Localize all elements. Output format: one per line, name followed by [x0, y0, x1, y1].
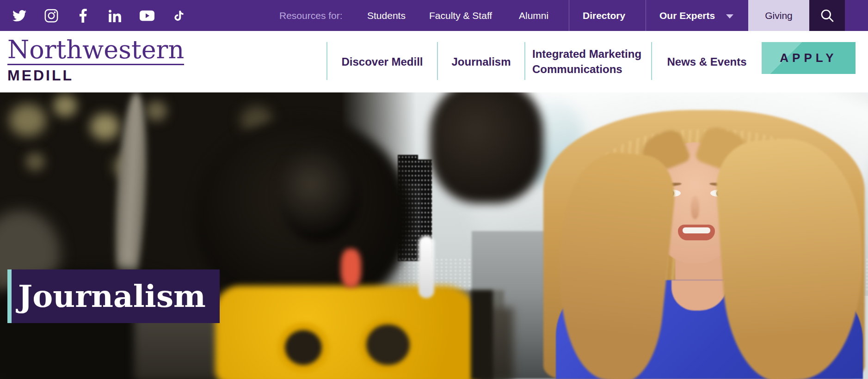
topbar-divider: [646, 0, 646, 31]
title-teal-accent-bar: [7, 269, 12, 323]
nav-divider: [524, 42, 525, 80]
logo-medill-wordmark: MEDILL: [7, 67, 184, 84]
bokeh-light: [9, 104, 46, 136]
chevron-down-icon[interactable]: [726, 14, 733, 18]
apply-button[interactable]: APPLY: [762, 42, 856, 74]
twitter-icon: [12, 10, 26, 22]
topbar-link-directory[interactable]: Directory: [583, 0, 625, 31]
facebook-icon: [80, 9, 87, 23]
page-title: Journalism: [12, 269, 220, 323]
blurred-camera-top: [430, 92, 543, 203]
bokeh-light: [146, 101, 167, 121]
social-links: [12, 0, 186, 31]
tiktok-icon: [173, 9, 185, 23]
topbar-link-faculty-staff[interactable]: Faculty & Staff: [429, 0, 492, 31]
search-button[interactable]: [809, 0, 845, 31]
tiktok-link[interactable]: [172, 8, 186, 23]
bokeh-light: [90, 113, 120, 140]
facebook-link[interactable]: [76, 8, 91, 23]
topbar-link-students[interactable]: Students: [367, 0, 406, 31]
anchor-teeth: [683, 227, 710, 233]
nav-item-integrated-marketing-communications[interactable]: Integrated Marketing Communications: [532, 31, 649, 92]
medill-logo[interactable]: Northwestern MEDILL: [7, 37, 184, 84]
yellow-camera-pedestal: [215, 286, 479, 379]
studio-light-stand: [419, 236, 434, 298]
twitter-link[interactable]: [12, 8, 27, 23]
anchor-mouth: [678, 225, 715, 240]
studio-pole: [471, 290, 493, 379]
topbar-link-alumni[interactable]: Alumni: [519, 0, 548, 31]
nav-item-news-events[interactable]: News & Events: [652, 31, 762, 92]
topbar-divider: [569, 0, 569, 31]
youtube-icon: [140, 10, 154, 22]
hero-image: Journalism: [0, 92, 868, 379]
bokeh-light: [53, 95, 77, 117]
linkedin-link[interactable]: [108, 8, 123, 23]
red-tally-light: [341, 249, 361, 287]
giving-button[interactable]: Giving: [748, 0, 809, 31]
blurred-camera-lens: [277, 146, 361, 243]
resources-for-label: Resources for:: [279, 0, 343, 31]
anchor-nose: [691, 196, 699, 219]
utility-topbar: Resources for: Students Faculty & Staff …: [0, 0, 868, 31]
youtube-link[interactable]: [140, 8, 154, 23]
instagram-link[interactable]: [44, 8, 59, 23]
search-icon: [820, 8, 835, 23]
logo-northwestern-wordmark: Northwestern: [7, 37, 184, 65]
linkedin-icon: [109, 9, 122, 22]
instagram-icon: [44, 9, 58, 23]
nav-item-discover-medill[interactable]: Discover Medill: [327, 31, 437, 92]
pedestal-wheel: [360, 318, 416, 372]
topbar-link-our-experts[interactable]: Our Experts: [659, 0, 715, 31]
pedestal-wheel: [277, 323, 329, 373]
nav-item-journalism[interactable]: Journalism: [438, 31, 524, 92]
bokeh-light: [25, 153, 45, 171]
main-navbar: Northwestern MEDILL Discover Medill Jour…: [0, 31, 868, 92]
